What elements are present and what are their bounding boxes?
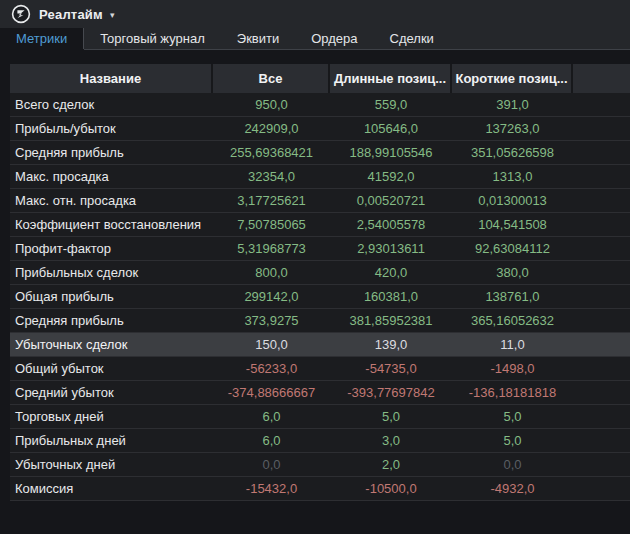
metric-name: Прибыльных дней bbox=[10, 429, 213, 452]
metric-value-long: 160381,0 bbox=[330, 285, 452, 308]
metric-value-all: 242909,0 bbox=[213, 117, 330, 140]
metric-name: Общая прибыль bbox=[10, 285, 213, 308]
metric-value-short: 1313,0 bbox=[452, 165, 573, 188]
table-row[interactable]: Общий убыток-56233,0-54735,0-1498,0 bbox=[10, 357, 630, 381]
column-header-short[interactable]: Короткие позиц... bbox=[452, 64, 573, 93]
metric-value-all: -15432,0 bbox=[213, 477, 330, 500]
metric-value-all: 150,0 bbox=[213, 333, 330, 356]
metric-value-short: 5,0 bbox=[452, 405, 573, 428]
realtime-menu-label: Реалтайм bbox=[39, 7, 103, 22]
metric-name: Макс. просадка bbox=[10, 165, 213, 188]
metric-name: Всего сделок bbox=[10, 93, 213, 116]
metric-name: Прибыль/убыток bbox=[10, 117, 213, 140]
metric-value-long: 41592,0 bbox=[330, 165, 452, 188]
metric-name: Средняя прибыль bbox=[10, 141, 213, 164]
table-body: Всего сделок950,0559,0391,0Прибыль/убыто… bbox=[10, 93, 630, 501]
metric-value-long: 2,93013611 bbox=[330, 237, 452, 260]
table-row[interactable]: Всего сделок950,0559,0391,0 bbox=[10, 93, 630, 117]
metric-name: Прибыльных сделок bbox=[10, 261, 213, 284]
column-header-all[interactable]: Все bbox=[213, 64, 330, 93]
metric-value-all: 0,0 bbox=[213, 453, 330, 476]
table-row[interactable]: Коэффициент восстановления7,507850652,54… bbox=[10, 213, 630, 237]
top-bar: Реалтайм ▾ bbox=[0, 0, 630, 28]
table-row[interactable]: Общая прибыль299142,0160381,0138761,0 bbox=[10, 285, 630, 309]
metric-value-short: 391,0 bbox=[452, 93, 573, 116]
column-header-long[interactable]: Длинные позиц... bbox=[330, 64, 452, 93]
metric-value-all: -56233,0 bbox=[213, 357, 330, 380]
metric-value-short: -4932,0 bbox=[452, 477, 573, 500]
tab-metrics[interactable]: Метрики bbox=[0, 28, 84, 49]
metric-value-short: 0,0 bbox=[452, 453, 573, 476]
table-row[interactable]: Убыточных дней0,02,00,0 bbox=[10, 453, 630, 477]
table-header-row: Название Все Длинные позиц... Короткие п… bbox=[10, 64, 630, 93]
table-row[interactable]: Средний убыток-374,88666667-393,77697842… bbox=[10, 381, 630, 405]
metric-value-long: 0,00520721 bbox=[330, 189, 452, 212]
metric-value-all: 7,50785065 bbox=[213, 213, 330, 236]
app-logo-icon bbox=[11, 4, 31, 24]
table-row[interactable]: Комиссия-15432,0-10500,0-4932,0 bbox=[10, 477, 630, 501]
metric-value-short: -1498,0 bbox=[452, 357, 573, 380]
table-row[interactable]: Средняя прибыль373,9275381,85952381365,1… bbox=[10, 309, 630, 333]
metric-value-short: 365,16052632 bbox=[452, 309, 573, 332]
table-row[interactable]: Макс. просадка32354,041592,01313,0 bbox=[10, 165, 630, 189]
metric-value-all: 3,17725621 bbox=[213, 189, 330, 212]
metric-value-long: 2,54005578 bbox=[330, 213, 452, 236]
metric-name: Торговых дней bbox=[10, 405, 213, 428]
metric-name: Убыточных сделок bbox=[10, 333, 213, 356]
metric-value-all: -374,88666667 bbox=[213, 381, 330, 404]
metric-name: Комиссия bbox=[10, 477, 213, 500]
metric-value-long: -10500,0 bbox=[330, 477, 452, 500]
metric-value-long: 105646,0 bbox=[330, 117, 452, 140]
metric-value-all: 373,9275 bbox=[213, 309, 330, 332]
table-row[interactable]: Торговых дней6,05,05,0 bbox=[10, 405, 630, 429]
table-row[interactable]: Средняя прибыль255,69368421188,991055463… bbox=[10, 141, 630, 165]
metric-value-all: 6,0 bbox=[213, 429, 330, 452]
metric-value-long: 381,85952381 bbox=[330, 309, 452, 332]
metric-value-long: 559,0 bbox=[330, 93, 452, 116]
metric-value-short: 351,05626598 bbox=[452, 141, 573, 164]
metric-value-short: 380,0 bbox=[452, 261, 573, 284]
tab-equity[interactable]: Эквити bbox=[221, 28, 295, 49]
tab-trades[interactable]: Сделки bbox=[374, 28, 450, 49]
metric-value-short: 104,541508 bbox=[452, 213, 573, 236]
metric-name: Профит-фактор bbox=[10, 237, 213, 260]
metric-value-all: 5,31968773 bbox=[213, 237, 330, 260]
metric-value-long: 3,0 bbox=[330, 429, 452, 452]
metric-value-short: 138761,0 bbox=[452, 285, 573, 308]
metric-name: Средний убыток bbox=[10, 381, 213, 404]
metric-value-short: 92,63084112 bbox=[452, 237, 573, 260]
metric-value-long: -393,77697842 bbox=[330, 381, 452, 404]
metric-value-short: -136,18181818 bbox=[452, 381, 573, 404]
metric-value-long: 420,0 bbox=[330, 261, 452, 284]
metric-name: Средняя прибыль bbox=[10, 309, 213, 332]
tab-bar: Метрики Торговый журнал Эквити Ордера Сд… bbox=[0, 28, 630, 50]
column-header-empty bbox=[573, 64, 630, 93]
metric-value-all: 299142,0 bbox=[213, 285, 330, 308]
realtime-dropdown-button[interactable]: Реалтайм ▾ bbox=[11, 4, 114, 24]
tab-orders[interactable]: Ордера bbox=[295, 28, 373, 49]
table-row[interactable]: Профит-фактор5,319687732,9301361192,6308… bbox=[10, 237, 630, 261]
table-row[interactable]: Убыточных сделок150,0139,011,0 bbox=[10, 333, 630, 357]
metric-value-all: 32354,0 bbox=[213, 165, 330, 188]
table-row[interactable]: Прибыль/убыток242909,0105646,0137263,0 bbox=[10, 117, 630, 141]
metric-name: Убыточных дней bbox=[10, 453, 213, 476]
metric-name: Коэффициент восстановления bbox=[10, 213, 213, 236]
metrics-table: Название Все Длинные позиц... Короткие п… bbox=[10, 64, 630, 501]
table-row[interactable]: Прибыльных сделок800,0420,0380,0 bbox=[10, 261, 630, 285]
metric-value-all: 950,0 bbox=[213, 93, 330, 116]
column-header-name[interactable]: Название bbox=[10, 64, 213, 93]
table-row[interactable]: Прибыльных дней6,03,05,0 bbox=[10, 429, 630, 453]
metric-value-short: 11,0 bbox=[452, 333, 573, 356]
metric-value-long: -54735,0 bbox=[330, 357, 452, 380]
tab-trading-journal[interactable]: Торговый журнал bbox=[84, 28, 221, 49]
metric-name: Общий убыток bbox=[10, 357, 213, 380]
chevron-down-icon: ▾ bbox=[110, 9, 115, 20]
metric-value-all: 800,0 bbox=[213, 261, 330, 284]
metric-name: Макс. отн. просадка bbox=[10, 189, 213, 212]
metric-value-short: 137263,0 bbox=[452, 117, 573, 140]
metric-value-all: 255,69368421 bbox=[213, 141, 330, 164]
metric-value-long: 2,0 bbox=[330, 453, 452, 476]
table-row[interactable]: Макс. отн. просадка3,177256210,005207210… bbox=[10, 189, 630, 213]
metric-value-short: 5,0 bbox=[452, 429, 573, 452]
metric-value-short: 0,01300013 bbox=[452, 189, 573, 212]
